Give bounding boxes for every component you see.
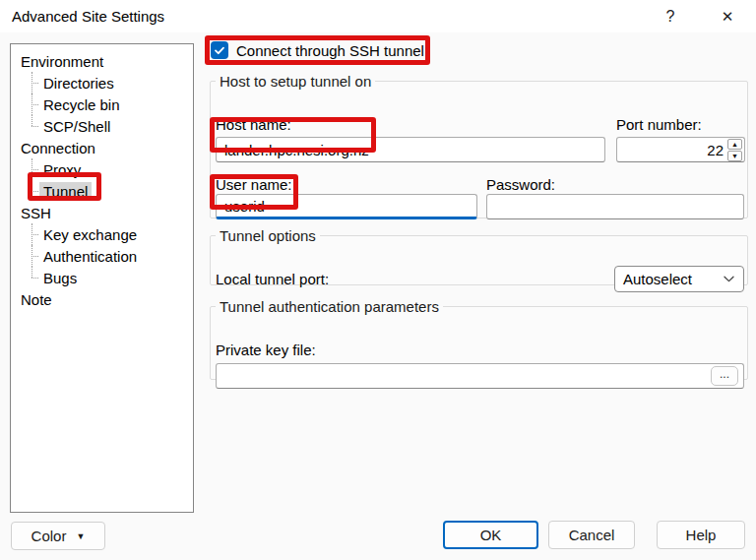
port-number-field: ▲ ▼ <box>616 137 745 162</box>
sidebar-item-label: Tunnel <box>39 182 92 201</box>
tree-connector <box>25 267 39 288</box>
sidebar-item-label: Authentication <box>39 247 141 266</box>
local-tunnel-port-label: Local tunnel port: <box>216 271 329 287</box>
ssh-tunnel-checkbox[interactable] <box>211 41 228 59</box>
local-tunnel-port-value: Autoselect <box>623 271 692 287</box>
sidebar-item-environment[interactable]: Environment <box>11 50 193 72</box>
private-key-label: Private key file: <box>216 342 316 358</box>
close-button[interactable]: ✕ <box>715 4 740 30</box>
question-mark-icon: ? <box>666 8 675 26</box>
host-group-legend: Host to setup tunnel on <box>216 73 375 90</box>
color-button[interactable]: Color ▼ <box>11 522 105 550</box>
ellipsis-icon: ... <box>720 368 729 380</box>
caret-down-icon: ▼ <box>731 153 738 159</box>
port-spinner: ▲ ▼ <box>727 139 744 161</box>
host-name-input[interactable] <box>216 137 605 162</box>
user-name-label: User name: <box>216 176 292 193</box>
sidebar-item-authentication[interactable]: Authentication <box>11 245 193 267</box>
cancel-button-label: Cancel <box>569 527 615 543</box>
sidebar-item-label: Key exchange <box>39 225 141 244</box>
password-label: Password: <box>486 176 555 193</box>
sidebar-item-label: Bugs <box>39 269 81 287</box>
sidebar-item-recycle-bin[interactable]: Recycle bin <box>11 93 193 115</box>
password-input[interactable] <box>486 194 744 219</box>
color-button-label: Color <box>32 528 67 544</box>
tree-connector <box>25 115 39 137</box>
sidebar-item-label: Connection <box>17 139 99 157</box>
titlebar-help-button[interactable]: ? <box>658 4 683 30</box>
ok-button[interactable]: OK <box>443 521 538 549</box>
port-number-label: Port number: <box>616 116 702 133</box>
sidebar-item-label: SCP/Shell <box>39 117 114 136</box>
host-group: Host to setup tunnel on Host name: Port … <box>210 73 748 218</box>
ssh-tunnel-checkbox-row: Connect through SSH tunnel <box>211 41 424 59</box>
browse-button[interactable]: ... <box>711 366 738 386</box>
local-tunnel-port-select[interactable]: Autoselect <box>614 266 744 292</box>
sidebar-item-label: SSH <box>17 204 55 222</box>
user-name-input[interactable] <box>216 194 477 219</box>
host-name-label: Host name: <box>216 116 291 133</box>
tunnel-auth-group: Tunnel authentication parameters Private… <box>210 298 748 380</box>
port-number-input[interactable] <box>617 142 727 158</box>
cancel-button[interactable]: Cancel <box>548 521 635 549</box>
tree-connector <box>25 72 39 93</box>
sidebar-item-label: Environment <box>17 52 107 71</box>
caret-up-icon: ▲ <box>731 141 738 148</box>
tree-connector <box>25 245 39 267</box>
port-spinner-down-button[interactable]: ▼ <box>727 151 742 161</box>
settings-tree: Environment Directories Recycle bin SCP/… <box>10 43 194 513</box>
help-button-label: Help <box>686 527 717 543</box>
private-key-input[interactable] <box>216 363 744 389</box>
sidebar-item-label: Proxy <box>39 160 85 179</box>
sidebar-item-ssh[interactable]: SSH <box>11 202 193 223</box>
tunnel-options-group: Tunnel options Local tunnel port: Autose… <box>210 227 748 285</box>
sidebar-item-key-exchange[interactable]: Key exchange <box>11 223 193 245</box>
sidebar-item-label: Directories <box>39 74 118 93</box>
titlebar: Advanced Site Settings ? ✕ <box>0 0 756 32</box>
sidebar-item-directories[interactable]: Directories <box>11 72 193 93</box>
ok-button-label: OK <box>480 527 502 543</box>
sidebar-item-connection[interactable]: Connection <box>11 137 193 158</box>
tree-connector <box>25 180 39 202</box>
sidebar-item-label: Note <box>17 290 56 309</box>
window-title: Advanced Site Settings <box>12 8 164 25</box>
sidebar-item-bugs[interactable]: Bugs <box>11 267 193 288</box>
chevron-down-icon <box>724 276 734 282</box>
port-spinner-up-button[interactable]: ▲ <box>727 139 742 150</box>
checkmark-icon <box>214 44 225 56</box>
tree-connector <box>25 93 39 115</box>
sidebar-item-note[interactable]: Note <box>11 288 193 310</box>
caret-down-icon: ▼ <box>76 531 85 541</box>
advanced-site-settings-dialog: Advanced Site Settings ? ✕ Environment D… <box>0 0 756 560</box>
sidebar-item-scp-shell[interactable]: SCP/Shell <box>11 115 193 137</box>
help-button[interactable]: Help <box>657 521 745 549</box>
sidebar-item-proxy[interactable]: Proxy <box>11 158 193 180</box>
sidebar-item-label: Recycle bin <box>39 95 124 114</box>
ssh-tunnel-checkbox-label: Connect through SSH tunnel <box>236 42 424 59</box>
tree-connector <box>25 223 39 245</box>
tunnel-options-legend: Tunnel options <box>216 227 320 244</box>
tunnel-auth-legend: Tunnel authentication parameters <box>216 298 443 315</box>
sidebar-item-tunnel[interactable]: Tunnel <box>11 180 193 202</box>
private-key-field: ... <box>216 363 744 389</box>
tree-connector <box>25 158 39 180</box>
close-icon: ✕ <box>722 8 734 26</box>
